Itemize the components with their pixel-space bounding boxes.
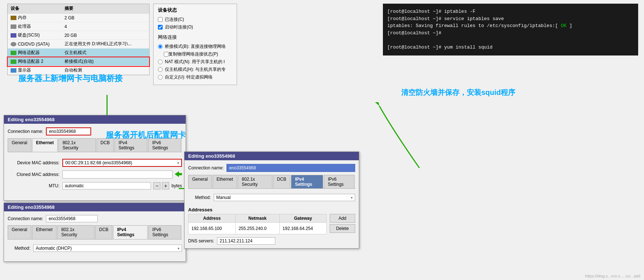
dialog2-tab-ethernet[interactable]: Ethernet	[32, 225, 57, 239]
table-row[interactable]: 内存 2 GB	[8, 14, 149, 22]
cloned-mac-row: Cloned MAC address:	[8, 170, 182, 179]
svg-marker-1	[175, 171, 182, 177]
annotation-firewall: 清空防火墙并保存，安装squid程序	[401, 88, 515, 97]
tab-8021x[interactable]: 802.1x Security	[58, 138, 96, 152]
dialog-ipv4-dhcp: Editing eno33554968 Connection name: eno…	[4, 203, 186, 262]
net2-icon	[11, 60, 16, 64]
mac-row: Device MAC address: 00:0C:29:11:82:68 (e…	[8, 159, 182, 167]
dialog3-method-value[interactable]: Manual ▾	[214, 194, 355, 201]
tab-ethernet[interactable]: Ethernet	[32, 138, 58, 152]
dialog2-tab-8021x[interactable]: 802.1x Security	[57, 225, 94, 239]
mac-dropdown-arrow[interactable]: ▾	[177, 161, 179, 165]
nat-radio-row[interactable]: NAT 模式(N): 用于共享主机的 I	[158, 59, 232, 65]
dns-row: DNS servers:	[188, 237, 355, 245]
dialog2-method-value[interactable]: Automatic (DHCP) ▾	[33, 245, 182, 252]
custom-radio[interactable]	[158, 75, 163, 80]
terminal-line2: [root@localhost ~]# yum install squid	[387, 44, 634, 51]
dialog3-method-label: Method:	[188, 195, 214, 200]
vm-settings-panel: 设备 摘要 内存 2 GB 处理器 4 硬盘(SCSI) 20 GB CD/DV…	[7, 4, 150, 75]
custom-radio-row[interactable]: 自定义(U): 特定虚拟网络	[158, 74, 232, 80]
terminal-line: [root@localhost ~]# iptables -F	[387, 8, 634, 15]
ok-text: OK	[558, 23, 569, 28]
url-hint: https://blog.s...run.s.....ru/...add	[585, 274, 640, 278]
dialog2-tab-general[interactable]: General	[8, 225, 31, 239]
host-radio[interactable]	[158, 67, 163, 72]
vm-device-table: 设备 摘要 内存 2 GB 处理器 4 硬盘(SCSI) 20 GB CD/DV…	[8, 4, 149, 75]
dialog3-tab-ipv4[interactable]: IPv4 Settings	[291, 175, 323, 188]
address-row[interactable]: 192.168.65.100 255.255.240.0 192.168.64.…	[189, 223, 327, 234]
dialog3-method-arrow[interactable]: ▾	[351, 196, 353, 200]
address-buttons: Add Delete	[330, 214, 355, 234]
custom-label: 自定义(U): 特定虚拟网络	[165, 74, 213, 80]
autoconnect-label: 启动时连接(O)	[165, 24, 193, 30]
copy-state-checkbox[interactable]	[164, 52, 168, 57]
dialog3-tab-general[interactable]: General	[188, 175, 212, 188]
cloned-mac-label: Cloned MAC address:	[8, 172, 62, 177]
dns-input[interactable]	[217, 237, 275, 245]
dialog2-tab-ipv6[interactable]: IPv6 Settings	[148, 225, 181, 239]
connected-checkbox-row[interactable]: 已连接(C)	[158, 16, 232, 23]
add-button[interactable]: Add	[330, 214, 355, 223]
mtu-value[interactable]: automatic	[62, 182, 151, 189]
dialog2-name-label: Connection name:	[8, 216, 43, 221]
dialog3-title: Editing eno33554968	[185, 152, 359, 160]
disk-icon	[11, 33, 16, 38]
autoconnect-checkbox[interactable]	[158, 25, 163, 30]
tab-general[interactable]: General	[8, 138, 31, 152]
table-row[interactable]: CD/DVD (SATA) 正在使用文件 D:\RHEL正式学习\...	[8, 40, 149, 49]
table-row-net2[interactable]: 网络适配器 2 桥接模式(自动)	[8, 57, 149, 66]
dialog2-name-value[interactable]: eno33554968	[46, 215, 97, 222]
dialog-ethernet: Editing eno33554968 Connection name: eno…	[4, 115, 186, 201]
dialog2-tab-ipv4[interactable]: IPv4 Settings	[113, 225, 148, 239]
arrow-terminal-to-dialog3	[365, 102, 438, 175]
dialog2-title: Editing eno33554968	[4, 203, 186, 211]
autoconnect-checkbox-row[interactable]: 启动时连接(O)	[158, 24, 232, 30]
device-status-panel: 设备状态 已连接(C) 启动时连接(O) 网络连接 桥接模式(B): 直接连接物…	[153, 4, 237, 85]
mac-label: Device MAC address:	[8, 160, 62, 165]
nat-label: NAT 模式(N): 用于共享主机的 I	[165, 59, 225, 65]
network-section-title: 网络连接	[158, 34, 232, 41]
nat-radio[interactable]	[158, 60, 163, 64]
dialog2-method-arrow[interactable]: ▾	[178, 246, 179, 250]
col-gateway: Gateway	[279, 214, 326, 223]
dialog2-tab-dcb[interactable]: DCB	[95, 225, 112, 239]
table-row[interactable]: 网络适配器 仅主机模式	[8, 49, 149, 57]
bridge-radio-row[interactable]: 桥接模式(B): 直接连接物理网络	[158, 43, 232, 50]
dialog3-name-input[interactable]	[226, 164, 355, 172]
mtu-minus[interactable]: −	[153, 182, 160, 189]
net-icon	[11, 51, 16, 55]
dialog3-name-row: Connection name:	[188, 164, 355, 172]
bridge-radio[interactable]	[158, 44, 163, 49]
terminal-line: iptables: Saving firewall rules to /etc/…	[387, 22, 634, 30]
dialog1-title: Editing eno33554968	[4, 115, 186, 124]
mac-value[interactable]: 00:0C:29:11:82:68 (eno33554968) ▾	[62, 159, 182, 167]
host-label: 仅主机模式(H): 与主机共享的专	[165, 66, 226, 73]
dialog3-tab-8021x[interactable]: 802.1x Security	[238, 175, 272, 188]
gateway-cell: 192.168.64.254	[279, 223, 326, 234]
display-icon	[11, 68, 16, 73]
col-netmask: Netmask	[236, 214, 280, 223]
copy-state-radio-row[interactable]: 复制物理网络连接状态(P)	[164, 51, 232, 57]
table-row[interactable]: 处理器 4	[8, 22, 149, 31]
dialog2-method-label: Method:	[8, 246, 33, 251]
addresses-area: Address Netmask Gateway 192.168.65.100 2…	[188, 214, 355, 234]
host-radio-row[interactable]: 仅主机模式(H): 与主机共享的专	[158, 66, 232, 73]
dialog3-tab-ipv6[interactable]: IPv6 Settings	[324, 175, 354, 188]
mtu-plus[interactable]: +	[162, 182, 169, 189]
table-row[interactable]: 硬盘(SCSI) 20 GB	[8, 31, 149, 40]
terminal-line: [root@localhost ~]# service iptables sav…	[387, 15, 634, 23]
connected-checkbox[interactable]	[158, 17, 163, 22]
dialog2-tabs: General Ethernet 802.1x Security DCB IPv…	[8, 225, 182, 239]
delete-button[interactable]: Delete	[330, 224, 355, 233]
col-device: 设备	[8, 4, 62, 14]
dialog3-tab-dcb[interactable]: DCB	[273, 175, 290, 188]
annotation-config: 服务器开机后配置网卡	[106, 130, 186, 141]
dialog3-tab-ethernet[interactable]: Ethernet	[213, 175, 237, 188]
connection-name-value[interactable]: eno33554968	[46, 127, 91, 135]
terminal-section2: [root@localhost ~]# yum install squid	[387, 44, 634, 51]
cloned-mac-input[interactable]	[62, 170, 172, 179]
netmask-cell: 255.255.240.0	[236, 223, 280, 234]
dialog-ipv4-manual: Editing eno33554968 Connection name: Gen…	[184, 151, 359, 249]
address-cell: 192.168.65.100	[189, 223, 236, 234]
dns-label: DNS servers:	[188, 238, 214, 243]
